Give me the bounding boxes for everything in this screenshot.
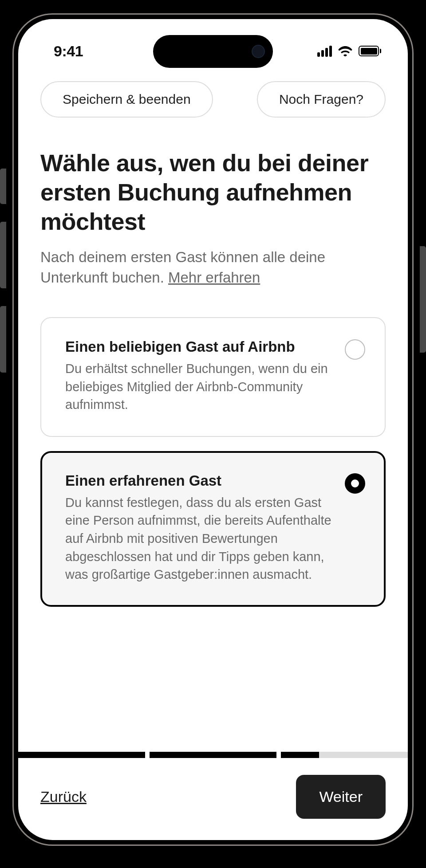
option-text: Einen erfahrenen Gast Du kannst festlege… bbox=[65, 472, 331, 584]
option-text: Einen beliebigen Gast auf Airbnb Du erhä… bbox=[65, 338, 331, 414]
dynamic-island bbox=[153, 35, 273, 68]
volume-down-button bbox=[0, 306, 6, 373]
option-any-guest[interactable]: Einen beliebigen Gast auf Airbnb Du erhä… bbox=[40, 317, 386, 437]
option-title: Einen erfahrenen Gast bbox=[65, 472, 331, 489]
questions-button[interactable]: Noch Fragen? bbox=[257, 81, 386, 118]
save-exit-button[interactable]: Speichern & beenden bbox=[40, 81, 213, 118]
page-title: Wähle aus, wen du bei deiner ersten Buch… bbox=[40, 149, 386, 236]
progress-segment-3 bbox=[281, 752, 408, 758]
progress-fill bbox=[18, 752, 145, 758]
phone-body: 9:41 bbox=[12, 13, 414, 846]
status-icons bbox=[317, 46, 381, 57]
options-list: Einen beliebigen Gast auf Airbnb Du erhä… bbox=[40, 317, 386, 607]
cellular-signal-icon bbox=[317, 46, 332, 57]
phone-frame: 9:41 bbox=[0, 0, 426, 868]
radio-unchecked-icon bbox=[345, 339, 365, 360]
power-button bbox=[420, 246, 426, 353]
phone-screen: 9:41 bbox=[18, 19, 408, 840]
page-subtitle: Nach deinem ersten Gast können alle dein… bbox=[40, 247, 386, 288]
progress-fill bbox=[150, 752, 276, 758]
top-button-row: Speichern & beenden Noch Fragen? bbox=[18, 68, 408, 118]
side-switch bbox=[0, 169, 6, 204]
progress-fill bbox=[281, 752, 319, 758]
footer: Zurück Weiter bbox=[18, 758, 408, 840]
front-camera-icon bbox=[252, 45, 265, 58]
battery-icon bbox=[359, 46, 381, 56]
option-description: Du kannst festlegen, dass du als ersten … bbox=[65, 494, 331, 584]
next-button[interactable]: Weiter bbox=[296, 775, 386, 819]
progress-segment-1 bbox=[18, 752, 145, 758]
option-description: Du erhältst schneller Buchungen, wenn du… bbox=[65, 360, 331, 414]
option-title: Einen beliebigen Gast auf Airbnb bbox=[65, 338, 331, 355]
volume-up-button bbox=[0, 222, 6, 288]
learn-more-link[interactable]: Mehr erfahren bbox=[168, 269, 260, 286]
main-content: Wähle aus, wen du bei deiner ersten Buch… bbox=[18, 118, 408, 752]
status-time: 9:41 bbox=[54, 43, 83, 60]
progress-bar bbox=[18, 752, 408, 758]
wifi-icon bbox=[338, 46, 352, 56]
radio-checked-icon bbox=[345, 473, 365, 494]
option-experienced-guest[interactable]: Einen erfahrenen Gast Du kannst festlege… bbox=[40, 451, 386, 607]
back-link[interactable]: Zurück bbox=[40, 788, 87, 805]
progress-segment-2 bbox=[150, 752, 276, 758]
